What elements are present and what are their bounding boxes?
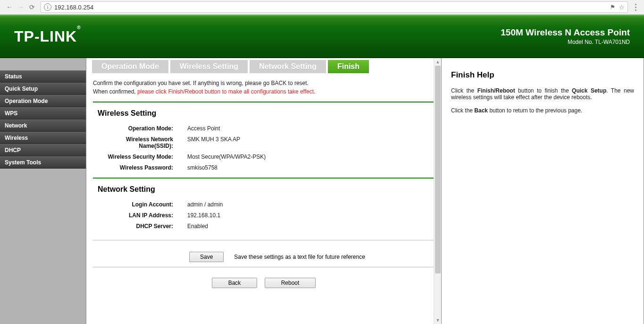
sidebar-item-system-tools[interactable]: System Tools [0,156,86,169]
confirm-line-1: Confirm the configuration you have set. … [93,80,435,86]
confirm-line-2: When confirmed, please click Finish/Rebo… [93,88,435,95]
reboot-button[interactable]: Reboot [265,278,316,288]
star-icon[interactable]: ☆ [619,4,625,11]
back-icon[interactable]: ← [4,1,15,13]
wireless-heading: Wireless Setting [98,109,435,118]
step-network-setting[interactable]: Network Setting [250,60,326,73]
help-paragraph-2: Click the Back button to return to the p… [451,107,634,114]
sidebar-item-dhcp[interactable]: DHCP [0,144,86,156]
row-dhcp: DHCP Server:Enabled [93,223,435,230]
browser-toolbar: ← → ⟳ i 192.168.0.254 ⚑ ☆ [0,0,644,15]
step-finish[interactable]: Finish [328,60,369,73]
sidebar-item-status[interactable]: Status [0,70,86,83]
help-panel: Finish Help Click the Finish/Reboot butt… [442,58,644,324]
brand-logo: TP-LINK® [14,28,81,45]
row-operation-mode: Operation Mode:Access Point [93,125,435,132]
wizard-steps: Operation Mode Wireless Setting Network … [92,60,435,73]
network-section: Network Setting Login Account:admin / ad… [93,178,435,230]
sidebar-item-quick-setup[interactable]: Quick Setup [0,83,86,95]
scrollbar[interactable]: ▲ ▼ [434,58,441,324]
step-operation-mode[interactable]: Operation Mode [92,60,168,73]
site-info-icon[interactable]: i [44,3,51,11]
scroll-down-icon[interactable]: ▼ [434,316,442,324]
save-hint: Save these settings as a text file for f… [234,254,365,260]
scroll-up-icon[interactable]: ▲ [434,58,442,66]
product-name: 150M Wireless N Access Point [501,27,630,38]
url-bar[interactable]: i 192.168.0.254 ⚑ ☆ [41,1,628,13]
scroll-thumb[interactable] [435,66,441,273]
wireless-section: Wireless Setting Operation Mode:Access P… [93,102,435,171]
bookmark-badge-icon[interactable]: ⚑ [610,4,615,11]
save-row: Save Save these settings as a text file … [189,252,435,262]
main-content: Operation Mode Wireless Setting Network … [86,58,442,324]
sidebar-item-wps[interactable]: WPS [0,107,86,119]
reload-icon[interactable]: ⟳ [26,1,38,13]
sidebar-item-network[interactable]: Network [0,119,86,132]
forward-icon[interactable]: → [15,1,26,13]
sidebar-item-wireless[interactable]: Wireless [0,132,86,144]
header-banner: TP-LINK® 150M Wireless N Access Point Mo… [0,15,644,58]
action-row: Back Reboot [86,278,441,288]
help-paragraph-1: Click the Finish/Reboot button to finish… [451,87,634,101]
row-security-mode: Wireless Security Mode:Most Secure(WPA/W… [93,153,435,160]
row-login-account: Login Account:admin / admin [93,201,435,208]
sidebar-nav: Status Quick Setup Operation Mode WPS Ne… [0,58,86,324]
network-heading: Network Setting [98,185,435,194]
model-number: Model No. TL-WA701ND [501,39,630,45]
url-text: 192.168.0.254 [54,4,93,11]
row-ssid: Wireless Network Name(SSID):SMK MUH 3 SK… [93,136,435,149]
save-button[interactable]: Save [189,252,224,262]
step-wireless-setting[interactable]: Wireless Setting [170,60,248,73]
help-title: Finish Help [451,70,634,80]
back-button[interactable]: Back [212,278,258,288]
row-lan-ip: LAN IP Address:192.168.10.1 [93,212,435,219]
sidebar-item-operation-mode[interactable]: Operation Mode [0,95,86,107]
browser-menu-icon[interactable] [631,4,640,11]
row-password: Wireless Password:smkiso5758 [93,164,435,171]
